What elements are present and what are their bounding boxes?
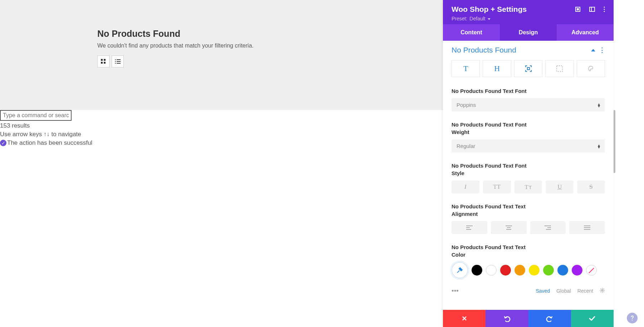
command-input[interactable] — [0, 110, 72, 121]
svg-rect-18 — [557, 66, 562, 71]
success-message: The action has been successful — [7, 139, 92, 147]
preset-value: Default — [469, 16, 485, 21]
swatch-black[interactable] — [472, 265, 482, 276]
svg-rect-22 — [506, 226, 512, 226]
tab-design[interactable]: Design — [500, 24, 557, 41]
svg-rect-29 — [584, 227, 590, 228]
view-toggle — [97, 55, 346, 68]
grid-view-button[interactable] — [97, 55, 109, 68]
svg-rect-28 — [584, 226, 590, 226]
font-value: Poppins — [457, 102, 476, 108]
svg-rect-27 — [546, 229, 551, 230]
swatch-blue[interactable] — [557, 265, 568, 276]
align-left-button[interactable] — [452, 221, 487, 234]
gear-icon[interactable] — [600, 288, 605, 294]
recent-colors-tab[interactable]: Recent — [577, 288, 593, 294]
saved-colors-tab[interactable]: Saved — [536, 288, 550, 294]
svg-point-14 — [604, 6, 605, 8]
type-paint-button[interactable] — [577, 60, 605, 77]
more-icon[interactable] — [604, 6, 605, 12]
svg-rect-7 — [117, 61, 121, 62]
svg-point-15 — [604, 9, 605, 10]
style-italic-button[interactable]: I — [452, 180, 479, 193]
select-arrows-icon: ▴▾ — [598, 103, 600, 107]
svg-point-4 — [115, 59, 116, 60]
success-icon: ✓ — [0, 140, 6, 146]
tab-content[interactable]: Content — [443, 24, 500, 41]
svg-rect-30 — [584, 229, 590, 230]
select-arrows-icon: ▴▾ — [598, 144, 600, 148]
preset-selector[interactable]: Preset: Default — [452, 16, 605, 21]
eyedropper-button[interactable] — [452, 262, 468, 278]
no-products-subtext: We couldn't find any products that match… — [97, 43, 346, 49]
section-title[interactable]: No Products Found — [452, 46, 516, 54]
svg-rect-0 — [101, 59, 103, 61]
nav-hint: Use arrow keys ↑↓ to navigate — [0, 131, 92, 138]
swatch-white[interactable] — [486, 265, 497, 276]
global-colors-tab[interactable]: Global — [556, 288, 571, 294]
align-label: No Products Found Text Text Alignment — [452, 203, 537, 218]
style-smallcaps-button[interactable]: Tᴛ — [514, 180, 542, 193]
font-select[interactable]: Poppins ▴▾ — [452, 98, 605, 112]
builder-preview: No Products Found We couldn't find any p… — [0, 0, 443, 110]
redo-button[interactable] — [528, 310, 571, 327]
svg-rect-21 — [466, 229, 471, 230]
svg-rect-23 — [507, 227, 511, 228]
style-strike-button[interactable]: S — [577, 180, 605, 193]
swatch-purple[interactable] — [572, 265, 582, 276]
type-text-button[interactable]: T — [452, 60, 480, 77]
list-view-button[interactable] — [112, 55, 124, 68]
svg-rect-20 — [466, 227, 470, 228]
no-products-heading: No Products Found — [97, 29, 346, 39]
settings-panel: Woo Shop + Settings Preset: Default Cont… — [443, 0, 614, 327]
swatch-red[interactable] — [500, 265, 511, 276]
type-fullscreen-button[interactable] — [514, 60, 542, 77]
style-uppercase-button[interactable]: TT — [483, 180, 511, 193]
tab-advanced[interactable]: Advanced — [557, 24, 614, 41]
svg-point-6 — [115, 61, 116, 62]
svg-rect-2 — [101, 62, 103, 64]
element-type-row: T H — [452, 60, 605, 77]
swatch-orange[interactable] — [514, 265, 525, 276]
color-picker-row — [452, 262, 605, 278]
svg-rect-12 — [590, 7, 595, 11]
svg-rect-26 — [547, 227, 551, 228]
weight-value: Regular — [457, 143, 475, 149]
style-label: No Products Found Text Font Style — [452, 162, 537, 177]
action-bar — [443, 310, 614, 327]
expand-icon[interactable] — [575, 6, 581, 12]
panel-title: Woo Shop + Settings — [452, 5, 527, 14]
svg-rect-5 — [117, 59, 121, 60]
svg-rect-11 — [577, 9, 579, 10]
tab-bar: Content Design Advanced — [443, 24, 614, 41]
color-label: No Products Found Text Text Color — [452, 243, 537, 258]
svg-point-34 — [632, 319, 633, 320]
align-justify-button[interactable] — [569, 221, 605, 234]
swatch-green[interactable] — [543, 265, 554, 276]
preset-label: Preset: — [452, 16, 467, 21]
weight-select[interactable]: Regular ▴▾ — [452, 139, 605, 153]
svg-rect-19 — [466, 226, 473, 226]
align-right-button[interactable] — [530, 221, 566, 234]
collapse-icon[interactable] — [591, 49, 595, 51]
svg-rect-17 — [527, 68, 530, 70]
svg-rect-25 — [545, 226, 551, 226]
section-more-icon[interactable]: ⋮ — [599, 46, 605, 54]
svg-rect-24 — [506, 229, 511, 230]
more-options-icon[interactable]: ••• — [452, 287, 459, 295]
svg-rect-9 — [117, 63, 121, 64]
align-center-button[interactable] — [491, 221, 527, 234]
help-button[interactable] — [627, 313, 638, 323]
results-count: 153 results — [0, 122, 92, 129]
save-button[interactable] — [571, 310, 614, 327]
type-select-button[interactable] — [545, 60, 574, 77]
swatch-yellow[interactable] — [529, 265, 540, 276]
svg-point-8 — [115, 63, 116, 64]
layout-icon[interactable] — [589, 6, 595, 12]
type-heading-button[interactable]: H — [483, 60, 511, 77]
font-label: No Products Found Text Font — [452, 87, 537, 95]
cancel-button[interactable] — [443, 310, 486, 327]
style-underline-button[interactable]: U — [546, 180, 574, 193]
undo-button[interactable] — [486, 310, 528, 327]
swatch-none[interactable] — [586, 265, 597, 276]
